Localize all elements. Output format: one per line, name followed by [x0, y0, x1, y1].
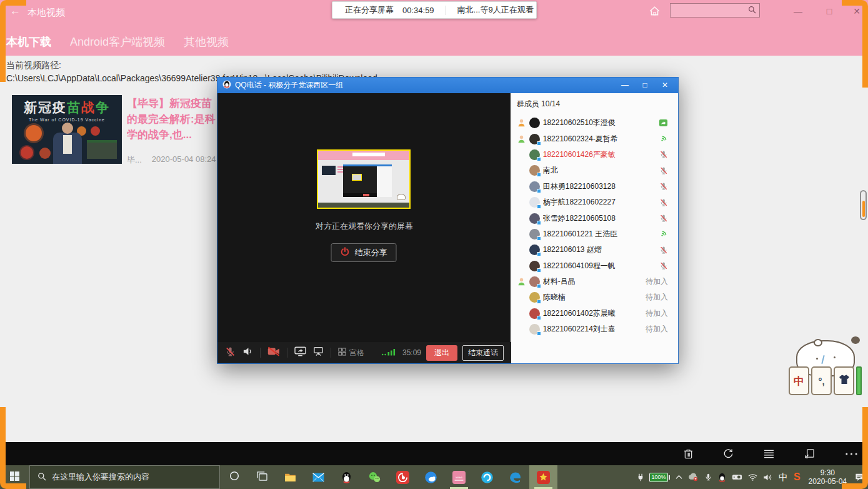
microphone-icon[interactable]	[704, 473, 712, 481]
taskbar-netease-music-icon[interactable]	[389, 465, 417, 489]
taskbar-qq-icon[interactable]	[332, 465, 361, 489]
taskbar-browser-e-icon[interactable]	[473, 465, 501, 489]
video-title[interactable]: 【毕导】新冠疫苗的最完全解析:是科学的战争,也...	[127, 96, 216, 143]
app-minimize-button[interactable]: —	[789, 4, 807, 19]
ime-language-button[interactable]: 中	[779, 471, 788, 483]
member-row[interactable]: 张雪婷182210605108	[511, 210, 678, 226]
avatar[interactable]	[529, 261, 540, 271]
avatar[interactable]	[529, 308, 540, 319]
avatar[interactable]	[529, 276, 540, 287]
speaking-icon	[643, 134, 668, 143]
back-icon[interactable]: ←	[10, 5, 21, 18]
wifi-icon[interactable]	[748, 473, 757, 481]
taskbar-bilibili-uwp-icon[interactable]	[529, 465, 557, 489]
avatar[interactable]	[529, 165, 540, 176]
share-timer: 00:34:59	[402, 6, 434, 15]
avatar[interactable]	[529, 181, 540, 192]
exit-button[interactable]: 退出	[426, 345, 457, 361]
camera-off-icon[interactable]	[267, 346, 280, 359]
mobile-badge-icon	[537, 252, 541, 256]
taskbar-bilibili-icon[interactable]: bilibili	[445, 465, 473, 489]
avatar[interactable]	[529, 118, 540, 128]
qq-minimize-button[interactable]: —	[617, 78, 633, 93]
volume-icon[interactable]	[763, 473, 773, 481]
app-close-button[interactable]: ✕	[847, 4, 866, 19]
start-button[interactable]	[0, 465, 29, 489]
taskbar-search-input[interactable]: 在这里输入你要搜索的内容	[29, 465, 220, 489]
member-row[interactable]: 182210602510李澄俊	[511, 115, 678, 131]
member-row[interactable]: 1822106013 赵熠	[511, 242, 678, 258]
member-row[interactable]: 182210602214刘士嘉待加入	[511, 321, 678, 337]
shirt-icon	[838, 374, 851, 388]
avatar[interactable]	[529, 149, 540, 160]
taskbar-file-explorer-icon[interactable]	[276, 465, 304, 489]
scrollbar[interactable]	[860, 190, 867, 220]
member-row[interactable]: 陈晓楠待加入	[511, 290, 678, 305]
avatar[interactable]	[529, 245, 540, 255]
tab-other[interactable]: 其他视频	[184, 34, 229, 49]
member-row[interactable]: 182210601402苏晨曦待加入	[511, 306, 678, 321]
task-view-button[interactable]	[248, 465, 276, 489]
ime-mode-key[interactable]: 中	[789, 366, 809, 395]
trash-icon[interactable]	[684, 448, 693, 459]
projector-icon[interactable]	[732, 473, 742, 481]
chevron-up-icon[interactable]	[676, 475, 682, 480]
more-icon[interactable]	[845, 452, 858, 456]
member-row[interactable]: 182210601426严豪敏	[511, 147, 678, 163]
cloud-error-icon[interactable]	[688, 473, 699, 481]
plug-icon[interactable]	[637, 473, 644, 482]
taskbar-qq-browser-icon[interactable]	[417, 465, 445, 489]
grid-icon	[338, 348, 346, 358]
qq-close-button[interactable]: ✕	[657, 78, 673, 93]
popout-icon[interactable]	[804, 448, 815, 459]
virus-art	[39, 148, 51, 159]
member-row[interactable]: 田林勇182210603128	[511, 179, 678, 194]
refresh-icon[interactable]	[723, 448, 734, 459]
avatar[interactable]	[529, 197, 540, 208]
tab-bar: 本机下载Android客户端视频其他视频	[0, 28, 868, 56]
member-row[interactable]: 182210601221 王浩臣	[511, 226, 678, 242]
search-input[interactable]	[670, 3, 760, 18]
avatar[interactable]	[529, 324, 540, 335]
taskbar-wechat-icon[interactable]	[361, 465, 389, 489]
mic-muted-icon[interactable]	[225, 346, 236, 360]
qq-tray-icon[interactable]	[718, 473, 726, 482]
shared-screen-preview[interactable]	[317, 149, 411, 209]
tab-local-download[interactable]: 本机下载	[6, 34, 51, 49]
avatar[interactable]	[529, 134, 540, 144]
list-icon[interactable]	[764, 450, 774, 458]
ime-punct-key[interactable]: °,	[811, 366, 832, 395]
ime-skin-key[interactable]	[834, 366, 854, 395]
home-icon[interactable]	[649, 6, 664, 21]
screen-share-banner[interactable]: 正在分享屏幕 00:34:59 南北...等9人正在观看	[332, 1, 537, 19]
app-maximize-button[interactable]: □	[820, 4, 839, 19]
speaker-icon[interactable]	[242, 346, 253, 359]
tab-android-client[interactable]: Android客户端视频	[70, 34, 165, 49]
avatar[interactable]	[529, 229, 540, 239]
video-thumbnail[interactable]: 新冠疫苗战争 The War of COVID-19 Vaccine	[12, 95, 122, 164]
qq-title-bar[interactable]: QQ电话 - 积极分子党课西区一组 — □ ✕	[217, 78, 678, 93]
waiting-label: 待加入	[643, 292, 668, 303]
qq-maximize-button[interactable]: □	[637, 78, 653, 93]
member-row[interactable]: 南北	[511, 163, 678, 178]
end-share-button[interactable]: 结束分享	[331, 243, 397, 262]
sogou-ime-icon[interactable]: S	[794, 471, 801, 483]
taskbar-edge-icon[interactable]	[501, 465, 529, 489]
avatar[interactable]	[529, 292, 540, 303]
avatar[interactable]	[529, 213, 540, 224]
whiteboard-icon[interactable]	[313, 346, 324, 359]
grid-view-button[interactable]: 宫格	[338, 348, 364, 358]
battery-indicator[interactable]: 100%	[649, 473, 670, 482]
end-call-button[interactable]: 结束通话	[462, 345, 504, 361]
action-center-icon[interactable]	[855, 473, 864, 481]
cortana-button[interactable]	[220, 465, 248, 489]
member-row[interactable]: 182210602324-夏哲希	[511, 131, 678, 146]
member-row[interactable]: 材料-吕晶待加入	[511, 274, 678, 290]
member-row[interactable]: 杨宇航182210602227	[511, 194, 678, 210]
member-row[interactable]: 182210604109程一帆	[511, 258, 678, 274]
taskbar-mail-icon[interactable]	[304, 465, 332, 489]
taskbar-clock[interactable]: 9:30 2020-05-04	[809, 468, 847, 486]
member-name: 张雪婷182210605108	[543, 213, 643, 224]
ime-pet-widget[interactable]: 中 °,	[787, 339, 865, 398]
screen-share-icon[interactable]	[294, 346, 306, 359]
